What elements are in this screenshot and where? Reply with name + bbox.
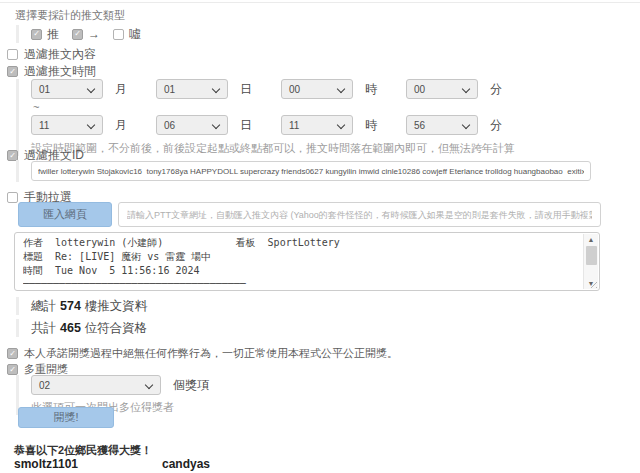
- day-unit-label: 日: [240, 117, 252, 134]
- draw-button[interactable]: 開獎!: [18, 407, 114, 428]
- push-type-label: 推: [47, 26, 59, 43]
- fair-draw-promise-row[interactable]: ✓ 本人承諾開獎過程中絕無任何作弊行為，一切正常使用本程式公平公正開獎。: [7, 346, 398, 361]
- check-icon: ✓: [9, 152, 16, 160]
- time-filter-row[interactable]: ✓ 過濾推文時間: [7, 63, 96, 80]
- push-type-option-push[interactable]: ✓ 推: [31, 26, 59, 43]
- time-range-note: 設定時間範圍，不分前後，前後設定起點或終點都可以，推文時間落在範圍內即可，但無法…: [31, 141, 616, 156]
- article-content-textarea[interactable]: 作者 lotterywin (小建師) 看板 SportLottery 標題 R…: [14, 232, 600, 291]
- chevron-down-icon: [88, 86, 95, 93]
- time-start-row: 01 月 01 日 00 時 00: [31, 79, 616, 99]
- scrollbar-thumb[interactable]: [586, 246, 597, 265]
- end-day-value: 06: [164, 120, 175, 131]
- content-filter-checkbox[interactable]: ✓: [7, 49, 18, 60]
- check-icon: ✓: [9, 366, 16, 374]
- import-row: 匯入網頁: [18, 202, 601, 227]
- multi-draw-checkbox[interactable]: ✓: [7, 364, 18, 375]
- content-filter-row[interactable]: ✓ 過濾推文內容: [7, 46, 96, 63]
- end-month-select[interactable]: 11: [31, 115, 103, 135]
- article-url-input[interactable]: [118, 202, 601, 227]
- chevron-down-icon: [146, 382, 153, 389]
- draw-helper-page: 選擇要採計的推文類型 ✓ 推 ✓ → ✓ 噓 ✓ 過濾推文內容 ✓ 過濾推文時間: [0, 0, 640, 473]
- qualified-count: 465: [60, 321, 81, 335]
- time-filter-checkbox[interactable]: ✓: [7, 66, 18, 77]
- push-type-group: ✓ 推 ✓ → ✓ 噓: [16, 25, 141, 43]
- end-month-value: 11: [39, 120, 49, 131]
- time-filter-label: 過濾推文時間: [24, 63, 96, 80]
- chevron-down-icon: [88, 122, 95, 129]
- total-count: 574: [60, 299, 81, 313]
- scroll-up-icon[interactable]: ▲: [588, 235, 595, 244]
- start-minute-select[interactable]: 00: [406, 79, 478, 99]
- end-minute-value: 56: [414, 120, 425, 131]
- check-icon: ✓: [74, 30, 81, 38]
- total-prefix: 總計: [31, 298, 56, 315]
- winner-name: smoltz1101: [14, 457, 162, 471]
- chevron-down-icon: [213, 122, 220, 129]
- push-type-option-arrow[interactable]: ✓ →: [72, 27, 100, 41]
- boo-checkbox[interactable]: ✓: [113, 29, 124, 40]
- chevron-down-icon: [338, 86, 345, 93]
- id-filter-group: [16, 160, 591, 182]
- start-hour-select[interactable]: 00: [281, 79, 353, 99]
- minute-unit-label: 分: [490, 117, 502, 134]
- end-hour-select[interactable]: 11: [281, 115, 353, 135]
- range-separator: ~: [33, 101, 616, 113]
- month-unit-label: 月: [115, 117, 127, 134]
- start-minute-value: 00: [414, 84, 425, 95]
- qualified-prefix: 共計: [31, 320, 56, 337]
- article-content-text: 作者 lotterywin (小建師) 看板 SportLottery 標題 R…: [23, 236, 579, 287]
- check-icon: ✓: [9, 68, 16, 76]
- start-day-select[interactable]: 01: [156, 79, 228, 99]
- push-type-option-boo[interactable]: ✓ 噓: [113, 26, 141, 43]
- qualified-count-row: 共計 465 位符合資格: [16, 319, 147, 337]
- manual-filter-checkbox[interactable]: ✓: [7, 192, 18, 203]
- total-comments-row: 總計 574 樓推文資料: [16, 297, 147, 315]
- push-type-section-title: 選擇要採計的推文類型: [15, 8, 125, 23]
- end-day-select[interactable]: 06: [156, 115, 228, 135]
- id-filter-input[interactable]: [31, 161, 591, 181]
- content-filter-label: 過濾推文內容: [24, 46, 96, 63]
- chevron-down-icon: [213, 86, 220, 93]
- month-unit-label: 月: [115, 81, 127, 98]
- prize-count-unit-label: 個獎項: [173, 377, 209, 394]
- qualified-suffix: 位符合資格: [85, 320, 148, 337]
- top-divider: [0, 2, 640, 3]
- start-month-select[interactable]: 01: [31, 79, 103, 99]
- import-url-button[interactable]: 匯入網頁: [18, 202, 112, 227]
- total-suffix: 樓推文資料: [85, 298, 148, 315]
- check-icon: ✓: [33, 30, 40, 38]
- push-type-label: →: [88, 27, 100, 41]
- time-end-row: 11 月 06 日 11 時 56: [31, 115, 616, 135]
- check-icon: ✓: [9, 350, 16, 358]
- end-minute-select[interactable]: 56: [406, 115, 478, 135]
- hour-unit-label: 時: [365, 81, 377, 98]
- chevron-down-icon: [463, 122, 470, 129]
- arrow-checkbox[interactable]: ✓: [72, 29, 83, 40]
- prize-count-select[interactable]: 02: [31, 375, 161, 395]
- start-day-value: 01: [164, 84, 175, 95]
- start-hour-value: 00: [289, 84, 300, 95]
- end-hour-value: 11: [289, 120, 299, 131]
- fair-draw-promise-checkbox[interactable]: ✓: [7, 348, 18, 359]
- day-unit-label: 日: [240, 81, 252, 98]
- push-checkbox[interactable]: ✓: [31, 29, 42, 40]
- winner-name: candyas: [162, 457, 210, 471]
- chevron-down-icon: [338, 122, 345, 129]
- hour-unit-label: 時: [365, 117, 377, 134]
- prize-count-value: 02: [39, 380, 50, 391]
- congrats-message: 恭喜以下2位鄉民獲得大獎！: [14, 443, 152, 458]
- time-range-group: 01 月 01 日 00 時 00: [16, 79, 616, 156]
- fair-draw-promise-label: 本人承諾開獎過程中絕無任何作弊行為，一切正常使用本程式公平公正開獎。: [24, 346, 398, 361]
- winners-row: smoltz1101 candyas: [14, 457, 210, 471]
- chevron-down-icon: [463, 86, 470, 93]
- minute-unit-label: 分: [490, 81, 502, 98]
- start-month-value: 01: [39, 84, 50, 95]
- push-type-label: 噓: [129, 26, 141, 43]
